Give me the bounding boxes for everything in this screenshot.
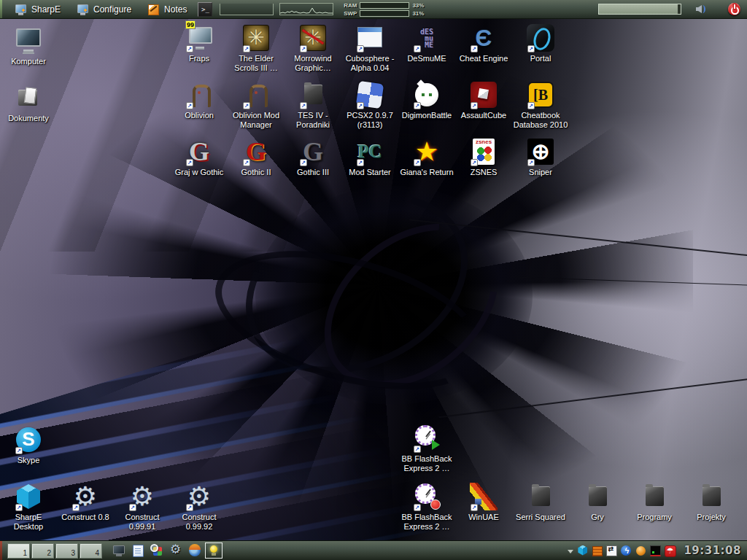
icon-image [355,23,384,52]
icon-image [412,482,441,511]
icon-label: Gothic II [225,168,287,177]
system-tray [567,545,676,557]
icon-label: WinUAE [452,513,515,522]
workspace-number: 1 [23,549,27,557]
ql-bulb-glyph [207,544,220,557]
icon-label: TES IV - Poradniki [282,111,344,130]
shortcut-arrow-icon [243,159,250,166]
speaker-icon[interactable] [693,4,708,15]
icon-image [412,424,441,453]
icon-image [14,26,43,55]
tray-collapse-chevron-icon[interactable] [567,545,574,557]
desktop-icon-gothic-iii[interactable]: G Gothic III [282,137,344,177]
desktop-icon-bb-flashback-express-2[interactable]: BB FlashBack Express 2 … [395,424,458,473]
wallpaper-ring [293,190,530,421]
desktop-icon-skype[interactable]: S Skype [0,425,60,465]
firefox-quicklaunch-icon[interactable] [186,542,204,559]
console-tray-icon[interactable] [649,545,662,557]
desktop-icon-programy[interactable]: Programy [623,482,686,522]
desktop-icon-gry[interactable]: Gry [566,482,629,522]
topbar-button-label: Configure [93,4,131,15]
desktop-icon-pcsx2-0-9-7-r3113[interactable]: PCSX2 0.9.7 (r3113) [338,80,401,130]
icon-label: BB FlashBack Express 2 … [395,513,458,532]
configure-button[interactable]: Configure [69,0,139,18]
icon-label: Programy [623,513,686,522]
desktop-icon-desmume[interactable]: dES mu ME DeSmuME [395,23,458,63]
desktop-icon-fraps[interactable]: 99 Fraps [168,23,231,63]
sharpe-menu-button[interactable]: SharpE [7,0,69,18]
desktop-icon-serri-squared[interactable]: Serri Squared [509,482,572,522]
taskbar: 1234 19:31:08 [0,540,747,560]
desktop-icon-mod-starter[interactable]: PC Mod Starter [338,137,401,177]
desktop-icon-cubosphere-alpha-0-04[interactable]: Cubosphere - Alpha 0.04 [338,23,401,73]
explorer-quicklaunch-icon[interactable] [148,542,166,559]
desktop-icon-assaultcube[interactable]: AssaultCube [452,80,515,120]
activity-graph [279,3,333,15]
desktop-icon-digimonbattle[interactable]: DigimonBattle [395,80,458,120]
desktop-icon-cheatbook-database-2010[interactable]: [B Cheatbook Database 2010 [509,80,572,130]
volume-slider[interactable] [598,4,681,15]
taskbar-clock: 19:31:08 [684,544,741,557]
shortcut-arrow-icon [129,504,136,511]
workspace-button-2[interactable]: 2 [31,543,54,559]
remote-tray-icon[interactable] [605,545,618,557]
icon-image [640,482,669,511]
desktop-icon-tes-iv-poradniki[interactable]: TES IV - Poradniki [282,80,344,130]
ql-explorer-glyph [150,544,163,557]
desktop-icon-oblivion[interactable]: Oblivion [168,80,231,120]
icon-image: ✳ [241,23,271,52]
display-quicklaunch-icon[interactable] [110,542,128,559]
shortcut-arrow-icon [186,45,193,52]
desktop-icon-sharpe-desktop[interactable]: SharpE Desktop [0,482,60,532]
topbar-button-label: SharpE [31,4,61,15]
swp-label: SWP [342,10,357,17]
workspace-number: 2 [47,549,51,557]
notepad-quicklaunch-icon[interactable] [129,542,147,559]
tb-monitor-icon [15,3,28,16]
notes-button[interactable]: Notes [139,0,195,18]
icon-image: [B [526,80,555,109]
shortcut-arrow-icon [300,159,307,166]
bulb-quicklaunch-icon[interactable] [205,542,222,559]
icon-label: Construct 0.99.91 [111,513,174,532]
terminal-button[interactable]: >_ [198,2,212,17]
icon-label: Fraps [168,54,231,63]
workspace-button-4[interactable]: 4 [80,543,102,559]
shortcut-arrow-icon [471,504,478,511]
desktop-icon-zsnes[interactable]: zsnes ZSNES [452,137,515,177]
icon-image: ⚙ [128,482,157,511]
workspace-button-3[interactable]: 3 [55,543,78,559]
desktop-icon-construct-0-8[interactable]: ⚙ Construct 0.8 [54,482,117,522]
ql-display-glyph [112,544,125,557]
desktop-icon-bb-flashback-express-2[interactable]: BB FlashBack Express 2 … [395,482,458,532]
topbar-buttons: SharpE Configure Notes [7,0,195,18]
desktop-icon-projekty[interactable]: Projekty [680,482,743,522]
desktop-icon-morrowind-graphic[interactable]: ✳ Morrowind Graphic… [282,23,344,73]
desktop: Komputer Dokumenty 99 Fraps ✳ The Elder … [0,18,747,541]
desktop-icon-komputer[interactable]: Komputer [0,26,60,66]
desktop-icon-portal[interactable]: Portal [509,23,572,63]
desktop-icon-giana-s-return[interactable]: ★ Giana's Return [395,137,458,177]
wallpaper-wire [438,378,747,418]
desktop-icon-winuae[interactable]: WinUAE [452,482,515,522]
avira-umbrella-tray-icon[interactable] [664,545,676,557]
topbar-button-label: Notes [164,4,187,15]
desktop-icon-gothic-ii[interactable]: G Gothic II [225,137,287,177]
lightning-tray-icon[interactable] [620,545,632,557]
desktop-icon-construct-0-99-92[interactable]: ⚙ Construct 0.99.92 [168,482,231,532]
sharpe-cube-tray-icon[interactable] [576,545,589,557]
shortcut-arrow-icon [243,45,250,52]
bricks-tray-icon[interactable] [591,545,603,557]
wallpaper-core [255,186,533,405]
construct-quicklaunch-icon[interactable] [167,542,185,559]
power-button[interactable] [728,3,740,15]
desktop-icon-oblivion-mod-manager[interactable]: Oblivion Mod Manager [225,80,287,130]
desktop-icon-graj-w-gothic[interactable]: G Graj w Gothic [168,137,231,177]
desktop-icon-the-elder-scrolls-iii[interactable]: ✳ The Elder Scrolls III … [225,23,287,73]
desktop-icon-cheat-engine[interactable]: Є Cheat Engine [452,23,515,63]
desktop-icon-construct-0-99-91[interactable]: ⚙ Construct 0.99.91 [111,482,174,532]
amber-ball-tray-icon[interactable] [635,545,647,557]
desktop-icon-sniper[interactable]: ⊕ Sniper [509,137,572,177]
desktop-icon-dokumenty[interactable]: Dokumenty [0,83,60,123]
workspace-button-1[interactable]: 1 [7,543,30,559]
